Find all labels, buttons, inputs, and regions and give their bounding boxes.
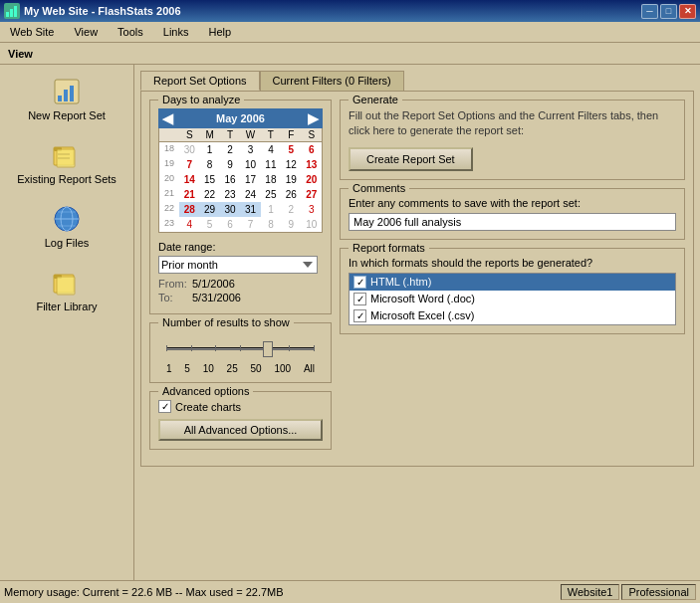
- cal-prev-button[interactable]: ◀: [162, 110, 173, 126]
- svg-rect-2: [14, 6, 17, 17]
- sidebar-item-filter-library[interactable]: Filter Library: [4, 260, 129, 319]
- sidebar-new-report-set-label: New Report Set: [28, 109, 106, 121]
- menu-view[interactable]: View: [68, 24, 104, 40]
- cal-week-21: 21 21 22 23 24 25 26 27: [159, 187, 322, 202]
- cal-cell[interactable]: 28: [179, 202, 199, 217]
- app-icon: [4, 3, 20, 19]
- title-bar: My Web Site - FlashStats 2006 ─ □ ✕: [0, 0, 700, 22]
- cal-cell[interactable]: 22: [199, 187, 219, 202]
- cal-cell[interactable]: 30: [179, 142, 199, 157]
- cal-sat-header: S: [302, 128, 322, 141]
- minimize-button[interactable]: ─: [641, 4, 658, 19]
- all-advanced-options-button[interactable]: All Advanced Options...: [158, 419, 323, 441]
- cal-cell[interactable]: 10: [240, 157, 260, 172]
- cal-cell[interactable]: 20: [302, 172, 322, 187]
- cal-next-button[interactable]: ▶: [308, 110, 319, 126]
- sidebar: New Report Set Existing Report Sets: [0, 65, 134, 580]
- cal-cell[interactable]: 15: [199, 172, 219, 187]
- cal-cell[interactable]: 9: [281, 217, 301, 232]
- cal-cell[interactable]: 29: [199, 202, 219, 217]
- cal-cell[interactable]: 23: [220, 187, 240, 202]
- html-checkbox[interactable]: [353, 276, 366, 289]
- comments-input[interactable]: [349, 213, 676, 231]
- maximize-button[interactable]: □: [660, 4, 677, 19]
- cal-cell[interactable]: 7: [240, 217, 260, 232]
- cal-cell[interactable]: 3: [302, 202, 322, 217]
- create-report-set-button[interactable]: Create Report Set: [349, 147, 473, 171]
- cal-cell[interactable]: 4: [179, 217, 199, 232]
- sidebar-filter-library-label: Filter Library: [36, 301, 97, 312]
- cal-cell[interactable]: 16: [220, 172, 240, 187]
- slider-label-1: 1: [166, 363, 172, 374]
- cal-cell[interactable]: 24: [240, 187, 260, 202]
- format-word[interactable]: Microsoft Word (.doc): [350, 291, 675, 307]
- cal-cell[interactable]: 5: [199, 217, 219, 232]
- slider-label-all: All: [304, 363, 315, 374]
- menu-tools[interactable]: Tools: [112, 24, 149, 40]
- cal-fri-header: F: [281, 128, 301, 141]
- cal-cell[interactable]: 8: [199, 157, 219, 172]
- create-charts-row: Create charts: [158, 400, 323, 413]
- cal-cell[interactable]: 11: [261, 157, 281, 172]
- word-checkbox[interactable]: [353, 293, 366, 305]
- cal-cell[interactable]: 13: [302, 157, 322, 172]
- results-title: Number of results to show: [158, 316, 294, 328]
- cal-cell[interactable]: 12: [281, 157, 301, 172]
- menu-website[interactable]: Web Site: [4, 24, 60, 40]
- cal-cell[interactable]: 14: [179, 172, 199, 187]
- create-charts-checkbox[interactable]: [158, 400, 171, 413]
- cal-cell[interactable]: 7: [179, 157, 199, 172]
- cal-cell[interactable]: 26: [281, 187, 301, 202]
- cal-cell[interactable]: 8: [261, 217, 281, 232]
- days-to-analyze-group: Days to analyze ◀ May 2006 ▶: [149, 100, 332, 314]
- toolbar-view-label: View: [4, 48, 37, 60]
- format-excel[interactable]: Microsoft Excel (.csv): [350, 307, 675, 324]
- close-button[interactable]: ✕: [679, 4, 696, 19]
- format-html[interactable]: HTML (.htm): [350, 274, 675, 291]
- cal-cell[interactable]: 6: [220, 217, 240, 232]
- excel-label: Microsoft Excel (.csv): [370, 309, 475, 321]
- cal-cell[interactable]: 6: [302, 142, 322, 157]
- sidebar-item-existing-report-sets[interactable]: Existing Report Sets: [4, 132, 129, 192]
- cal-cell[interactable]: 2: [281, 202, 301, 217]
- cal-cell[interactable]: 21: [179, 187, 199, 202]
- tab-report-set-options[interactable]: Report Set Options: [140, 71, 260, 91]
- log-files-icon: [51, 203, 83, 235]
- cal-mon-header: M: [199, 128, 219, 141]
- menu-links[interactable]: Links: [157, 24, 195, 40]
- sidebar-item-log-files[interactable]: Log Files: [4, 196, 129, 256]
- slider-label-50: 50: [251, 363, 262, 374]
- cal-cell[interactable]: 2: [220, 142, 240, 157]
- slider-handle[interactable]: [263, 341, 273, 357]
- html-label: HTML (.htm): [370, 276, 431, 288]
- tab-current-filters[interactable]: Current Filters (0 Filters): [260, 71, 404, 91]
- excel-checkbox[interactable]: [353, 309, 366, 322]
- slider-label-25: 25: [227, 363, 238, 374]
- sidebar-item-new-report-set[interactable]: New Report Set: [4, 69, 129, 128]
- generate-group: Generate Fill out the Report Set Options…: [340, 100, 685, 180]
- menu-bar: Web Site View Tools Links Help: [0, 22, 700, 43]
- cal-cell[interactable]: 17: [240, 172, 260, 187]
- date-range-section: Date range: Prior month Current month La…: [158, 241, 323, 303]
- date-range-label: Date range:: [158, 241, 323, 253]
- cal-cell[interactable]: 1: [261, 202, 281, 217]
- from-label: From:: [158, 278, 188, 290]
- cal-cell[interactable]: 4: [261, 142, 281, 157]
- cal-cell[interactable]: 1: [199, 142, 219, 157]
- cal-cell[interactable]: 3: [240, 142, 260, 157]
- cal-cell[interactable]: 27: [302, 187, 322, 202]
- cal-cell[interactable]: 18: [261, 172, 281, 187]
- comments-label: Enter any comments to save with the repo…: [349, 197, 676, 209]
- date-range-select[interactable]: Prior month Current month Last 7 days La…: [158, 256, 318, 274]
- cal-cell[interactable]: 30: [220, 202, 240, 217]
- cal-cell[interactable]: 9: [220, 157, 240, 172]
- cal-cell[interactable]: 10: [302, 217, 322, 232]
- svg-rect-11: [57, 149, 75, 167]
- cal-cell[interactable]: 19: [281, 172, 301, 187]
- cal-cell[interactable]: 31: [240, 202, 260, 217]
- cal-cell[interactable]: 25: [261, 187, 281, 202]
- cal-cell[interactable]: 5: [281, 142, 301, 157]
- generate-title: Generate: [349, 94, 402, 105]
- svg-rect-19: [57, 277, 75, 295]
- menu-help[interactable]: Help: [202, 24, 237, 40]
